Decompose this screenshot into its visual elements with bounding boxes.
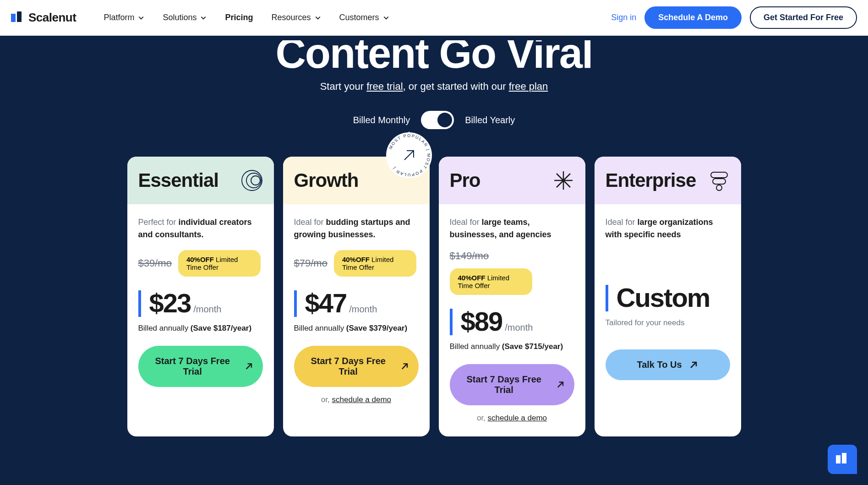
schedule-demo-button[interactable]: Schedule A Demo [644,6,742,29]
cta-label: Talk To Us [637,360,682,370]
price-unit: /month [505,322,533,333]
plan-pro-body: Ideal for large teams, businesses, and a… [439,204,585,436]
logo[interactable]: Scalenut [11,11,76,25]
free-trial-link[interactable]: free trial [366,81,403,92]
price-value: $23 [149,288,191,318]
svg-rect-8 [713,179,726,184]
tagline-prefix: Perfect for [138,218,179,227]
spacer [606,340,730,349]
pricing-plans: Essential Perfect for individual creator… [104,157,764,455]
billing-toggle[interactable] [421,111,454,129]
plan-growth-price-row: $79/mo 40%OFF Limited Time Offer [294,250,419,277]
plan-enterprise: Enterprise Ideal for large organizations… [595,157,741,436]
plan-enterprise-cta[interactable]: Talk To Us [606,349,730,380]
annually-save: (Save $187/year) [191,324,251,332]
annually-prefix: Billed annually [450,342,502,351]
price-accent-bar [138,290,141,317]
logo-mark-icon [835,452,850,455]
asterisk-icon [552,169,574,191]
billed-monthly-label: Billed Monthly [353,115,410,125]
schedule-demo-link[interactable]: schedule a demo [488,414,547,422]
signin-link[interactable]: Sign in [611,13,636,22]
plan-pro-cta[interactable]: Start 7 Days Free Trial [450,364,574,405]
offer-pct: 40%OFF [186,256,214,263]
price-unit: /month [193,304,221,315]
get-started-free-button[interactable]: Get Started For Free [750,6,857,29]
plan-growth-cta[interactable]: Start 7 Days Free Trial [294,346,419,387]
svg-rect-11 [842,453,846,455]
price-block: $23 /month [138,288,263,318]
arrow-up-right-icon [556,380,565,390]
plan-pro-name: Pro [450,169,480,191]
svg-point-3 [246,173,261,188]
schedule-or: or, [321,395,332,404]
plan-essential-price-row: $39/mo 40%OFF Limited Time Offer [138,250,263,277]
plan-pro-header: Pro [439,157,585,204]
offer-pct: 40%OFF [342,256,370,263]
chevron-down-icon [383,15,389,21]
plan-pro-schedule: or, schedule a demo [450,414,574,423]
plan-enterprise-tailored: Tailored for your needs [606,318,730,327]
nav-resources-label: Resources [271,13,311,22]
annually-prefix: Billed annually [138,324,191,332]
nav-pricing[interactable]: Pricing [225,13,253,22]
plan-essential-header: Essential [127,157,274,204]
plan-enterprise-tagline: Ideal for large organizations with speci… [606,216,730,241]
nav-customers-label: Customers [339,13,379,22]
plan-enterprise-name: Enterprise [606,169,696,191]
plan-pro-annually: Billed annually (Save $715/year) [450,342,574,351]
nav-customers[interactable]: Customers [339,13,389,22]
chevron-down-icon [315,15,321,21]
nav-solutions-label: Solutions [163,13,197,22]
tagline-prefix: Ideal for [606,218,638,227]
plan-growth-body: Ideal for budding startups and growing b… [283,204,430,418]
annually-prefix: Billed annually [294,324,346,332]
annually-save: (Save $715/year) [502,342,563,351]
plan-essential-annually: Billed annually (Save $187/year) [138,324,263,333]
nav-resources[interactable]: Resources [271,13,321,22]
billing-toggle-row: Billed Monthly Billed Yearly [0,111,868,129]
billed-yearly-label: Billed Yearly [465,115,515,125]
nav-platform-label: Platform [104,13,134,22]
offer-pct: 40%OFF [458,274,486,282]
plan-pro-price-row: $149/mo 40%OFF Limited Time Offer [450,250,574,295]
old-price: $149/mo [450,250,489,262]
spacer [606,250,730,282]
hero-sub-prefix: Start your [320,81,366,92]
tagline-prefix: Ideal for [294,218,326,227]
offer-pill: 40%OFF Limited Time Offer [334,250,416,277]
schedule-demo-link[interactable]: schedule a demo [332,395,391,404]
price-block: Custom [606,282,730,313]
plan-enterprise-body: Ideal for large organizations with speci… [595,204,741,394]
free-plan-link[interactable]: free plan [509,81,548,92]
plan-growth-tagline: Ideal for budding startups and growing b… [294,216,419,241]
chat-fab[interactable] [828,445,857,455]
nav-solutions[interactable]: Solutions [163,13,207,22]
hero-sub-mid: , or get started with our [403,81,509,92]
stack-icon [708,169,730,191]
old-price: $79/mo [294,257,328,269]
chevron-down-icon [138,15,144,21]
svg-rect-1 [17,11,22,22]
offer-pill: 40%OFF Limited Time Offer [178,250,261,277]
logo-icon [11,11,24,24]
nav-platform[interactable]: Platform [104,13,144,22]
toggle-knob [437,113,452,127]
price-block: $47 /month [294,288,419,318]
cta-label: Start 7 Days Free Trial [147,356,238,377]
svg-point-9 [716,185,722,191]
hero-title: Content Go Viral [0,40,868,72]
price-block: $89 /month [450,306,574,337]
most-popular-badge: MOST POPULAR | MOST POPULAR | [384,130,434,180]
ripple-icon [241,169,263,191]
hero-subtitle: Start your free trial, or get started wi… [0,81,868,93]
plan-growth-name: Growth [294,169,359,191]
price-accent-bar [606,285,608,311]
plan-growth: MOST POPULAR | MOST POPULAR | Growth Ide… [283,157,430,436]
arrow-up-right-icon [400,361,409,371]
plan-essential-cta[interactable]: Start 7 Days Free Trial [138,346,263,387]
arrow-up-right-icon [688,360,699,370]
hero: Content Go Viral Start your free trial, … [0,36,868,157]
price-unit: /month [349,304,377,315]
price-value: $89 [461,306,502,337]
